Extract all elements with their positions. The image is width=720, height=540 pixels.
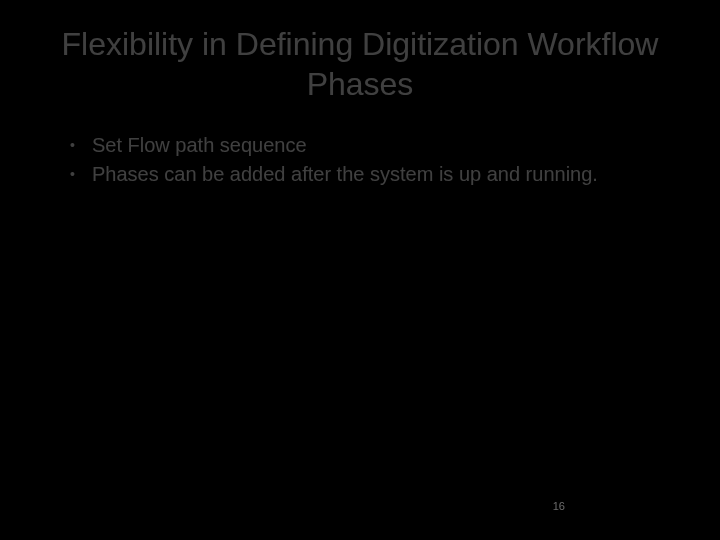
list-item: Phases can be added after the system is … (70, 161, 680, 188)
bullet-list: Set Flow path sequence Phases can be add… (40, 132, 680, 188)
list-item: Set Flow path sequence (70, 132, 680, 159)
slide-container: Flexibility in Defining Digitization Wor… (0, 0, 720, 540)
slide-title: Flexibility in Defining Digitization Wor… (40, 24, 680, 104)
page-number: 16 (553, 500, 565, 512)
